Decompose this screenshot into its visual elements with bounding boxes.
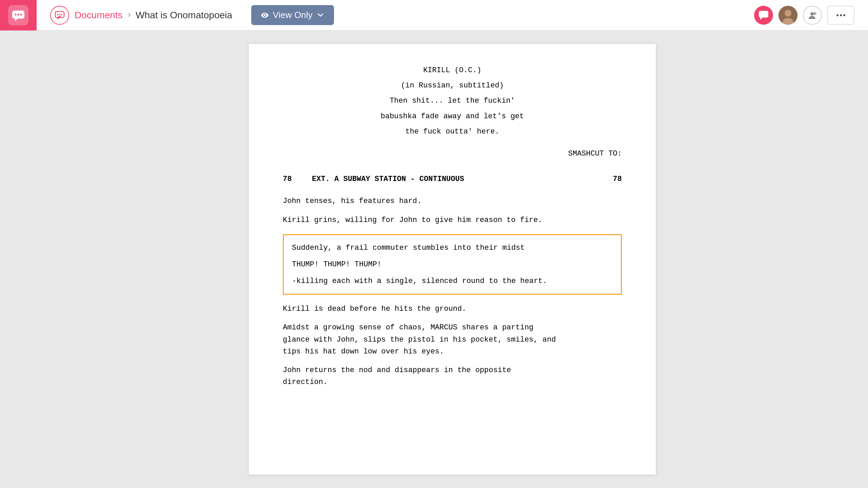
chevron-down-icon xyxy=(316,11,324,19)
nav-right xyxy=(754,6,868,25)
nav-left: Documents › What is Onomatopoeia View On… xyxy=(37,5,754,25)
svg-point-6 xyxy=(57,14,58,15)
smashcut-text: SMASHCUT TO: xyxy=(568,149,622,158)
topbar: Documents › What is Onomatopoeia View On… xyxy=(0,0,868,30)
action-text-1: John tenses, his features hard. xyxy=(283,197,421,205)
dialogue-line2: babushka fade away and let's get xyxy=(283,110,622,122)
more-options-button[interactable] xyxy=(827,6,854,25)
dialogue-line1: Then shit... let the fuckin' xyxy=(283,95,622,107)
sidebar-left xyxy=(0,30,37,488)
view-only-label: View Only xyxy=(273,10,313,20)
highlight-annotation-box: Suddenly, a frail commuter stumbles into… xyxy=(283,234,622,295)
eye-icon xyxy=(261,11,269,19)
action-text-2: Kirill grins, willing for John to give h… xyxy=(283,216,542,224)
transition: SMASHCUT TO: xyxy=(283,148,622,160)
screenplay-page: KIRILL (O.C.) (in Russian, subtitled) Th… xyxy=(249,44,656,474)
kirill-line3: the fuck outta' here. xyxy=(405,127,499,136)
kirill-name: KIRILL (O.C.) xyxy=(423,66,481,75)
svg-point-8 xyxy=(61,14,62,15)
highlight-text-1: Suddenly, a frail commuter stumbles into… xyxy=(292,244,525,252)
dot3 xyxy=(843,14,845,16)
svg-point-3 xyxy=(20,14,22,15)
action-text-4a: Amidst a growing sense of chaos, MARCUS … xyxy=(283,323,533,332)
scene-heading: EXT. A SUBWAY STATION - CONTINUOUS xyxy=(305,173,613,185)
svg-point-2 xyxy=(18,14,19,15)
action-line-5: John returns the nod and disappears in t… xyxy=(283,364,622,388)
breadcrumb-current: What is Onomatopoeia xyxy=(136,10,232,21)
action-text-4b: glance with John, slips the pistol in hi… xyxy=(283,336,556,344)
user-avatar xyxy=(778,6,797,25)
action-text-5b: direction. xyxy=(283,378,328,386)
action-line-2: Kirill grins, willing for John to give h… xyxy=(283,214,622,226)
highlight-line-3: -killing each with a single, silenced ro… xyxy=(292,275,613,287)
highlight-line-2: THUMP! THUMP! THUMP! xyxy=(292,259,613,270)
scene-number-right: 78 xyxy=(613,173,622,185)
logo-block xyxy=(0,0,37,30)
kirill-line2: babushka fade away and let's get xyxy=(381,112,524,121)
logo-icon xyxy=(8,5,28,25)
action-text-3: Kirill is dead before he hits the ground… xyxy=(283,305,466,313)
action-text-5a: John returns the nod and disappears in t… xyxy=(283,366,511,374)
kirill-direction: (in Russian, subtitled) xyxy=(401,81,504,90)
person-add-icon xyxy=(807,10,817,20)
svg-point-1 xyxy=(15,14,17,15)
document-area: KIRILL (O.C.) (in Russian, subtitled) Th… xyxy=(37,30,868,488)
kirill-line1: Then shit... let the fuckin' xyxy=(390,97,515,105)
breadcrumb-chevron-icon: › xyxy=(127,11,132,20)
logo-svg xyxy=(12,8,25,22)
breadcrumb: Documents › What is Onomatopoeia xyxy=(75,10,232,21)
highlight-text-3: -killing each with a single, silenced ro… xyxy=(292,277,547,285)
add-person-avatar[interactable] xyxy=(803,6,822,25)
svg-point-13 xyxy=(785,10,791,17)
view-only-button[interactable]: View Only xyxy=(251,5,334,25)
nav-chat-icon[interactable] xyxy=(50,6,69,25)
scene-number-left: 78 xyxy=(283,173,292,185)
character-name: KIRILL (O.C.) xyxy=(283,64,622,76)
action-line-3: Kirill is dead before he hits the ground… xyxy=(283,303,622,315)
highlight-line-1: Suddenly, a frail commuter stumbles into… xyxy=(292,242,613,254)
parenthetical: (in Russian, subtitled) xyxy=(283,80,622,92)
user-photo-svg xyxy=(778,6,797,25)
highlight-text-2: THUMP! THUMP! THUMP! xyxy=(292,260,381,269)
action-line-4: Amidst a growing sense of chaos, MARCUS … xyxy=(283,322,622,358)
scene-header: 78 EXT. A SUBWAY STATION - CONTINUOUS 78 xyxy=(283,173,622,185)
action-line-1: John tenses, his features hard. xyxy=(283,195,622,207)
dialogue-line3: the fuck outta' here. xyxy=(283,126,622,138)
avatar-pink xyxy=(754,6,773,25)
main-content: KIRILL (O.C.) (in Russian, subtitled) Th… xyxy=(0,30,868,488)
chat-bubble-icon xyxy=(758,10,769,21)
dot2 xyxy=(840,14,842,16)
svg-point-7 xyxy=(59,14,60,15)
breadcrumb-documents[interactable]: Documents xyxy=(75,10,123,21)
dot1 xyxy=(836,14,839,16)
action-text-4c: tips his hat down low over his eyes. xyxy=(283,347,444,356)
